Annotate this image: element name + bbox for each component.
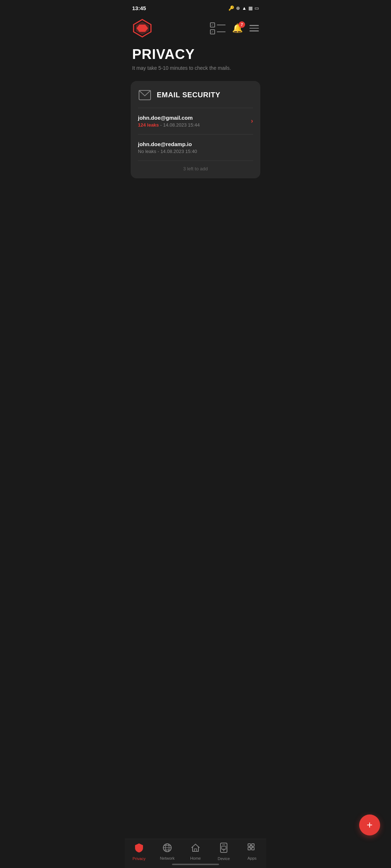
no-leak-status: No leaks - 14.08.2023 15:40: [138, 149, 197, 154]
check-line-1: ✓: [210, 22, 226, 27]
menu-line-1: [249, 25, 259, 26]
email-address-1: john.doe@gmail.com: [138, 115, 200, 121]
email-status-1: 124 leaks - 14.08.2023 15:44: [138, 122, 200, 128]
signal-icon: ▦: [248, 5, 253, 11]
email-item-1-content: john.doe@gmail.com 124 leaks - 14.08.202…: [138, 115, 200, 128]
check-bar-1: [217, 25, 226, 25]
notification-button[interactable]: 🔔 7: [232, 23, 243, 33]
envelope-icon: [138, 88, 152, 102]
status-icons: 🔑 ⊕ ▲ ▦ ▭: [228, 5, 259, 11]
chevron-right-icon-1: ›: [251, 117, 253, 125]
page-title-area: PRIVACY It may take 5-10 minutes to chec…: [125, 44, 266, 79]
page-title: PRIVACY: [132, 47, 259, 61]
status-bar: 13:45 🔑 ⊕ ▲ ▦ ▭: [125, 0, 266, 14]
menu-button[interactable]: [249, 25, 259, 31]
notification-badge: 7: [239, 21, 245, 28]
card-footer: 3 left to add: [131, 161, 260, 178]
email-status-2: No leaks - 14.08.2023 15:40: [138, 149, 197, 154]
add-more-text: 3 left to add: [183, 166, 208, 171]
page-subtitle: It may take 5-10 minutes to check the ma…: [132, 65, 259, 72]
email-address-2: john.doe@redamp.io: [138, 141, 197, 147]
wifi-icon: ▲: [242, 5, 247, 11]
leak-count-1: 124 leaks: [138, 122, 159, 128]
email-item-2[interactable]: john.doe@redamp.io No leaks - 14.08.2023…: [131, 135, 260, 161]
leak-date-1: - 14.08.2023 15:44: [160, 122, 199, 128]
key-icon: 🔑: [228, 5, 234, 11]
menu-line-3: [249, 30, 259, 31]
menu-line-2: [249, 28, 259, 29]
email-security-card: EMAIL SECURITY john.doe@gmail.com 124 le…: [131, 81, 260, 178]
check-bar-2: [217, 31, 226, 32]
card-header: EMAIL SECURITY: [131, 81, 260, 108]
email-item-1[interactable]: john.doe@gmail.com 124 leaks - 14.08.202…: [131, 108, 260, 134]
bluetooth-icon: ⊕: [236, 5, 240, 11]
status-time: 13:45: [132, 5, 146, 11]
card-title: EMAIL SECURITY: [157, 91, 220, 99]
check-mark-1: ✓: [210, 22, 215, 27]
logo[interactable]: [132, 18, 152, 38]
email-item-2-content: john.doe@redamp.io No leaks - 14.08.2023…: [138, 141, 197, 154]
check-line-2: ✓: [210, 29, 226, 34]
checklist-icon[interactable]: ✓ ✓: [210, 22, 226, 34]
header-right: ✓ ✓ 🔔 7: [210, 22, 259, 34]
header: ✓ ✓ 🔔 7: [125, 14, 266, 44]
battery-icon: ▭: [255, 5, 259, 11]
check-mark-2: ✓: [210, 29, 215, 34]
